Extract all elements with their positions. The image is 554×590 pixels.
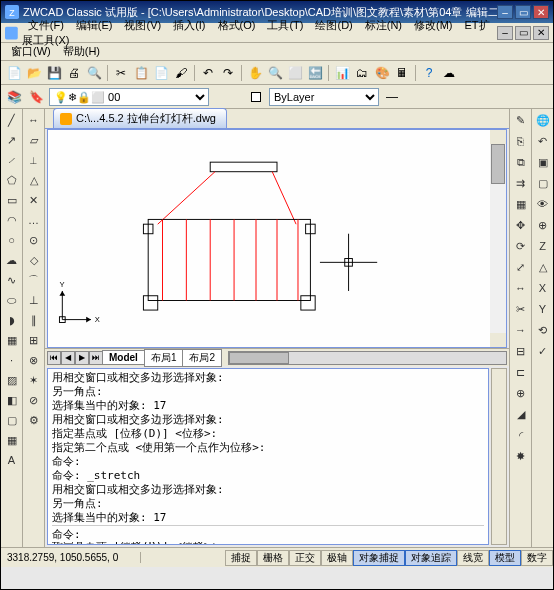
linetype-icon[interactable]: — — [383, 88, 401, 106]
ellipse-arc-icon[interactable]: ◗ — [3, 311, 21, 329]
stretch-icon[interactable]: ↔ — [512, 279, 530, 297]
open-icon[interactable]: 📂 — [25, 64, 43, 82]
menu-编辑(E)[interactable]: 编辑(E) — [70, 17, 119, 33]
dist-icon[interactable]: ↔ — [25, 111, 43, 129]
status-数字[interactable]: 数字 — [521, 550, 553, 566]
explode-icon[interactable]: ✸ — [512, 447, 530, 465]
layer-states-icon[interactable]: 🔖 — [27, 88, 45, 106]
command-vscroll[interactable] — [491, 368, 507, 545]
ucs-view-icon[interactable]: 👁 — [534, 195, 552, 213]
mirror-icon[interactable]: ⧉ — [512, 153, 530, 171]
doc-minimize-button[interactable]: – — [497, 26, 513, 40]
menu-标注(N)[interactable]: 标注(N) — [359, 17, 408, 33]
model-tab[interactable]: Model — [102, 350, 145, 365]
minimize-button[interactable]: – — [497, 5, 513, 19]
pline-icon[interactable]: ⟋ — [3, 151, 21, 169]
snap-cen-icon[interactable]: ⊙ — [25, 231, 43, 249]
undo-icon[interactable]: ↶ — [199, 64, 217, 82]
menu-工具(T)[interactable]: 工具(T) — [261, 17, 309, 33]
paste-icon[interactable]: 📄 — [152, 64, 170, 82]
circle-icon[interactable]: ○ — [3, 231, 21, 249]
ucs-world-icon[interactable]: 🌐 — [534, 111, 552, 129]
region-icon[interactable]: ▢ — [3, 411, 21, 429]
snap-par-icon[interactable]: ∥ — [25, 311, 43, 329]
file-tab[interactable]: C:\...4.5.2 拉伸台灯灯杆.dwg — [53, 108, 227, 128]
menu-格式(O)[interactable]: 格式(O) — [212, 17, 262, 33]
table-icon[interactable]: ▦ — [3, 431, 21, 449]
help-icon[interactable]: ? — [420, 64, 438, 82]
snap-ins-icon[interactable]: ⊞ — [25, 331, 43, 349]
design-center-icon[interactable]: 🗂 — [353, 64, 371, 82]
new-icon[interactable]: 📄 — [5, 64, 23, 82]
ucs-y-icon[interactable]: Y — [534, 300, 552, 318]
command-history[interactable]: 用相交窗口或相交多边形选择对象:另一角点:选择集当中的对象: 17用相交窗口或相… — [47, 368, 489, 545]
zoom-rt-icon[interactable]: 🔍 — [266, 64, 284, 82]
snap-int-icon[interactable]: ✕ — [25, 191, 43, 209]
xline-icon[interactable]: ↗ — [3, 131, 21, 149]
snap-end-icon[interactable]: ⟂ — [25, 151, 43, 169]
pan-icon[interactable]: ✋ — [246, 64, 264, 82]
snap-quad-icon[interactable]: ◇ — [25, 251, 43, 269]
status-极轴[interactable]: 极轴 — [321, 550, 353, 566]
gradient-icon[interactable]: ◧ — [3, 391, 21, 409]
layer-props-icon[interactable]: 📚 — [5, 88, 23, 106]
zoom-prev-icon[interactable]: 🔙 — [306, 64, 324, 82]
point-icon[interactable]: · — [3, 351, 21, 369]
tab-next-button[interactable]: ▶ — [75, 351, 89, 365]
ellipse-icon[interactable]: ⬭ — [3, 291, 21, 309]
close-button[interactable]: ✕ — [533, 5, 549, 19]
ucs-origin-icon[interactable]: ⊕ — [534, 216, 552, 234]
coordinates-display[interactable]: 3318.2759, 1050.5655, 0 — [1, 552, 141, 563]
ucs-apply-icon[interactable]: ✓ — [534, 342, 552, 360]
break-pt-icon[interactable]: ⊟ — [512, 342, 530, 360]
snap-near-icon[interactable]: ✶ — [25, 371, 43, 389]
layout2-tab[interactable]: 布局2 — [182, 349, 222, 367]
maximize-button[interactable]: ▭ — [515, 5, 531, 19]
line-icon[interactable]: ╱ — [3, 111, 21, 129]
menu-插入(I)[interactable]: 插入(I) — [167, 17, 211, 33]
status-正交[interactable]: 正交 — [289, 550, 321, 566]
match-icon[interactable]: 🖌 — [172, 64, 190, 82]
status-线宽[interactable]: 线宽 — [457, 550, 489, 566]
ucs-obj-icon[interactable]: ▢ — [534, 174, 552, 192]
fillet-icon[interactable]: ◜ — [512, 426, 530, 444]
props-icon[interactable]: 📊 — [333, 64, 351, 82]
print-icon[interactable]: 🖨 — [65, 64, 83, 82]
menu-文件(F)[interactable]: 文件(F) — [22, 17, 70, 33]
tab-last-button[interactable]: ⏭ — [89, 351, 103, 365]
status-模型[interactable]: 模型 — [489, 550, 521, 566]
menu-视图(V)[interactable]: 视图(V) — [118, 17, 167, 33]
ucs-3pt-icon[interactable]: △ — [534, 258, 552, 276]
snap-none-icon[interactable]: ⊘ — [25, 391, 43, 409]
status-对象捕捉[interactable]: 对象捕捉 — [353, 550, 405, 566]
move-icon[interactable]: ✥ — [512, 216, 530, 234]
snap-perp-icon[interactable]: ⊥ — [25, 291, 43, 309]
menu-帮助(H)[interactable]: 帮助(H) — [57, 43, 106, 59]
spline-icon[interactable]: ∿ — [3, 271, 21, 289]
copy-icon[interactable]: 📋 — [132, 64, 150, 82]
snap-mid-icon[interactable]: △ — [25, 171, 43, 189]
tab-prev-button[interactable]: ◀ — [61, 351, 75, 365]
status-对象追踪[interactable]: 对象追踪 — [405, 550, 457, 566]
zoom-win-icon[interactable]: ⬜ — [286, 64, 304, 82]
erase-icon[interactable]: ✎ — [512, 111, 530, 129]
rect-icon[interactable]: ▭ — [3, 191, 21, 209]
snap-tan-icon[interactable]: ⌒ — [25, 271, 43, 289]
hatch-icon[interactable]: ▨ — [3, 371, 21, 389]
menu-绘图(D)[interactable]: 绘图(D) — [309, 17, 358, 33]
layout1-tab[interactable]: 布局1 — [144, 349, 184, 367]
block-icon[interactable]: ▦ — [3, 331, 21, 349]
array-icon[interactable]: ▦ — [512, 195, 530, 213]
cut-icon[interactable]: ✂ — [112, 64, 130, 82]
revcloud-icon[interactable]: ☁ — [3, 251, 21, 269]
redo-icon[interactable]: ↷ — [219, 64, 237, 82]
offset-icon[interactable]: ⇉ — [512, 174, 530, 192]
command-prompt[interactable]: 命令: — [52, 525, 484, 542]
canvas-vscroll[interactable] — [490, 130, 506, 347]
copy-icon[interactable]: ⎘ — [512, 132, 530, 150]
ucs-z-icon[interactable]: Z — [534, 237, 552, 255]
preview-icon[interactable]: 🔍 — [85, 64, 103, 82]
join-icon[interactable]: ⊕ — [512, 384, 530, 402]
layout-hscroll[interactable] — [228, 351, 507, 365]
mtext-icon[interactable]: A — [3, 451, 21, 469]
